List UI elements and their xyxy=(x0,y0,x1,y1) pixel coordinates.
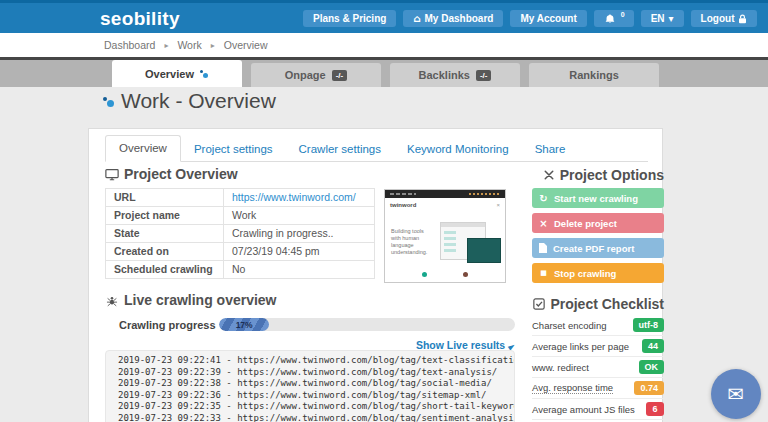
log-line: 2019-07-23 09:22:35 - https://www.twinwo… xyxy=(118,401,502,413)
checklist-icon xyxy=(533,298,545,310)
refresh-icon: ↻ xyxy=(539,193,548,204)
create-pdf-report-button[interactable]: Create PDF report xyxy=(532,238,664,258)
chevron-down-icon: ▾ xyxy=(669,13,674,24)
thumbnail-carousel-dots xyxy=(385,272,505,277)
project-checklist-heading: Project Checklist xyxy=(532,296,664,312)
log-line: 2019-07-23 09:22:36 - https://www.twinwo… xyxy=(118,390,502,402)
crawl-log[interactable]: 2019-07-23 09:22:41 - https://www.twinwo… xyxy=(105,350,515,422)
log-line: 2019-07-23 09:22:33 - https://www.twinwo… xyxy=(118,413,502,422)
main-tabstrip: Overview Onpage -/- Backlinks -/- Rankin… xyxy=(0,57,768,87)
subtab-share[interactable]: Share xyxy=(522,137,579,162)
carousel-dot xyxy=(422,272,427,277)
table-row: URL https://www.twinword.com/ xyxy=(106,189,375,207)
subtab-overview[interactable]: Overview xyxy=(105,135,181,162)
thumbnail-screenshot-overlay xyxy=(467,238,501,263)
my-account-button[interactable]: My Account xyxy=(510,10,586,27)
progress-percent: 17% xyxy=(236,320,253,330)
page-title: Work - Overview xyxy=(103,89,276,113)
table-row: Scheduled crawling No xyxy=(106,261,375,279)
tab-onpage[interactable]: Onpage -/- xyxy=(251,63,381,87)
contact-button[interactable]: ✉ xyxy=(711,369,761,419)
seobility-logo[interactable]: seobility xyxy=(100,8,180,30)
status-badge: 0.74 xyxy=(634,381,664,395)
home-icon: ⌂ xyxy=(413,13,420,24)
log-line: 2019-07-23 09:22:41 - https://www.twinwo… xyxy=(118,355,502,367)
tab-overview[interactable]: Overview xyxy=(112,60,242,87)
project-overview-table: URL https://www.twinword.com/ Project na… xyxy=(105,188,375,279)
checklist-item-www-redirect: www. redirect OK xyxy=(532,357,664,378)
thumbnail-close-icon: × xyxy=(496,202,500,208)
thumbnail-tagline: Building tools with human language under… xyxy=(391,228,435,257)
language-dropdown[interactable]: EN ▾ xyxy=(641,10,684,27)
tab-rankings[interactable]: Rankings xyxy=(529,63,659,87)
crawling-progress-label: Crawling progress xyxy=(119,319,219,331)
lock-icon xyxy=(738,14,747,24)
status-badge: 44 xyxy=(642,339,664,353)
subtab-crawler-settings[interactable]: Crawler settings xyxy=(286,137,394,162)
breadcrumb-work[interactable]: Work xyxy=(177,39,201,51)
status-badge: 6 xyxy=(646,402,664,416)
file-icon xyxy=(539,243,547,253)
spider-icon xyxy=(105,294,119,307)
breadcrumb-separator-icon: ▸ xyxy=(164,41,168,50)
project-options-buttons: ↻ Start new crawling × Delete project Cr… xyxy=(532,188,664,288)
progress-bar-fill: 17% xyxy=(219,318,269,331)
carousel-dot xyxy=(463,272,468,277)
checklist-item-links-per-page: Average links per page 44 xyxy=(532,336,664,357)
notification-count-badge: 0 xyxy=(621,11,625,18)
top-navbar: seobility Plans & Pricing ⌂ My Dashboard… xyxy=(0,0,768,33)
seobility-dots-icon xyxy=(103,95,114,107)
onpage-score-badge: -/- xyxy=(332,70,348,81)
breadcrumb: Dashboard ▸ Work ▸ Overview xyxy=(0,33,768,57)
table-row: State Crawling in progress.. xyxy=(106,225,375,243)
bell-icon xyxy=(604,13,616,25)
log-line: 2019-07-23 09:22:39 - https://www.twinwo… xyxy=(118,367,502,379)
breadcrumb-separator-icon: ▸ xyxy=(211,41,215,50)
table-row: Created on 07/23/19 04:45 pm xyxy=(106,243,375,261)
progress-bar: 17% xyxy=(219,318,515,331)
live-crawling-heading: Live crawling overview xyxy=(105,292,277,308)
navbar-buttons: Plans & Pricing ⌂ My Dashboard My Accoun… xyxy=(303,10,757,27)
project-checklist: Charset encoding utf-8 Average links per… xyxy=(532,315,664,422)
backlinks-score-badge: -/- xyxy=(476,70,492,81)
status-badge: utf-8 xyxy=(633,318,665,332)
plans-pricing-button[interactable]: Plans & Pricing xyxy=(303,10,396,27)
project-card: Overview Project settings Crawler settin… xyxy=(88,128,663,422)
notifications-button[interactable]: 0 xyxy=(594,10,634,27)
logout-button[interactable]: Logout xyxy=(691,10,758,27)
subtab-project-settings[interactable]: Project settings xyxy=(181,137,286,162)
project-options-heading: Project Options xyxy=(532,167,664,183)
table-row: Project name Work xyxy=(106,207,375,225)
checklist-item-js-files: Average amount JS files 6 xyxy=(532,399,664,420)
tools-icon xyxy=(543,169,555,181)
project-url-link[interactable]: https://www.twinword.com/ xyxy=(232,191,356,203)
envelope-icon: ✉ xyxy=(728,382,745,406)
stop-icon: ■ xyxy=(539,269,548,277)
delete-project-button[interactable]: × Delete project xyxy=(532,213,664,233)
breadcrumb-dashboard[interactable]: Dashboard xyxy=(104,39,155,51)
monitor-icon xyxy=(105,168,119,181)
main-tabs: Overview Onpage -/- Backlinks -/- Rankin… xyxy=(112,60,659,87)
x-icon: × xyxy=(539,218,548,229)
thumbnail-site-name: twinword xyxy=(390,202,416,208)
project-overview-heading: Project Overview xyxy=(105,166,238,182)
seobility-dots-icon xyxy=(200,69,209,79)
website-preview-thumbnail: twinword × Building tools with human lan… xyxy=(384,189,506,283)
seobility-app: seobility Plans & Pricing ⌂ My Dashboard… xyxy=(0,0,768,422)
checklist-item-response-time: Avg. response time 0.74 xyxy=(532,378,664,399)
status-badge: OK xyxy=(639,360,665,374)
crawling-progress: Crawling progress 17% xyxy=(119,318,515,331)
project-subtabs: Overview Project settings Crawler settin… xyxy=(105,135,648,162)
my-dashboard-button[interactable]: ⌂ My Dashboard xyxy=(403,10,503,27)
start-new-crawling-button[interactable]: ↻ Start new crawling xyxy=(532,188,664,208)
checklist-item-charset: Charset encoding utf-8 xyxy=(532,315,664,336)
thumbnail-browser-bar xyxy=(385,190,505,198)
subtab-keyword-monitoring[interactable]: Keyword Monitoring xyxy=(394,137,522,162)
tab-backlinks[interactable]: Backlinks -/- xyxy=(390,63,520,87)
log-line: 2019-07-23 09:22:38 - https://www.twinwo… xyxy=(118,378,502,390)
stop-crawling-button[interactable]: ■ Stop crawling xyxy=(532,263,664,283)
breadcrumb-overview[interactable]: Overview xyxy=(224,39,268,51)
